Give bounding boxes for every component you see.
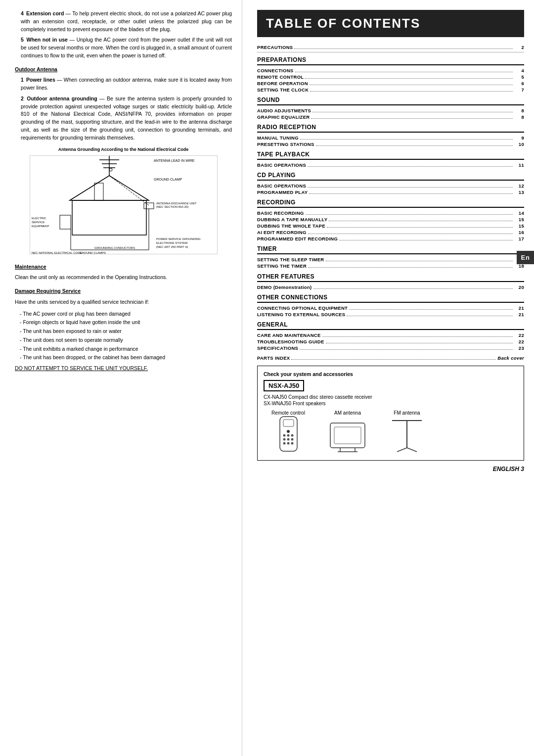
section-tape-title: TAPE PLAYBACK: [257, 151, 524, 160]
en-badge-row: TIMER SETTING THE SLEEP TIMER 18 SETTING…: [257, 245, 524, 269]
outdoor-item-2-text: — Be sure the antenna system is properly…: [21, 95, 232, 141]
section-sound: SOUND AUDIO ADJUSTMENTS 8 GRAPHIC EQUALI…: [257, 96, 524, 120]
damage-bullets-list: The AC power cord or plug has been damag…: [15, 310, 232, 362]
item-4: 4 Extension cord — To help prevent elect…: [15, 10, 232, 33]
svg-rect-11: [144, 203, 154, 209]
svg-text:POWER SERVICE GROUNDING: POWER SERVICE GROUNDING: [156, 237, 201, 240]
svg-rect-14: [60, 215, 71, 229]
accessories-row: Remote control: [264, 410, 518, 455]
entry-care-maintenance: CARE AND MAINTENANCE 22: [257, 332, 524, 338]
svg-text:NEC-NATIONAL ELECTRICAL CODE: NEC-NATIONAL ELECTRICAL CODE: [32, 251, 82, 254]
svg-text:(NEC ART 250 PART H): (NEC ART 250 PART H): [156, 245, 188, 248]
svg-text:EQUIPMENT: EQUIPMENT: [32, 225, 49, 228]
svg-point-29: [287, 430, 290, 433]
svg-point-35: [291, 438, 293, 441]
entry-specifications: SPECIFICATIONS 23: [257, 345, 524, 351]
damage-warning: DO NOT ATTEMPT TO SERVICE THE UNIT YOURS…: [15, 365, 232, 373]
entry-presetting: PRESETTING STATIONS 10: [257, 141, 524, 147]
section-preparations-title: PREPARATIONS: [257, 56, 524, 65]
svg-text:GROUND CLAMP: GROUND CLAMP: [154, 178, 182, 181]
damage-title: Damage Requiring Service: [15, 287, 232, 295]
entry-manual-tuning: MANUAL TUNING 9: [257, 135, 524, 141]
outdoor-item-1: 1 Power lines — When connecting an outdo…: [15, 76, 232, 92]
accessory-remote: Remote control: [264, 410, 313, 455]
entry-timer: SETTING THE TIMER 18: [257, 263, 524, 269]
item-4-bold: Extension cord: [26, 10, 64, 16]
maintenance-text: Clean the unit only as recommended in th…: [15, 274, 232, 282]
svg-rect-2: [94, 183, 103, 200]
section-cd: CD PLAYING BASIC OPERATIONS 12 PROGRAMME…: [257, 172, 524, 195]
entry-basic-recording: BASIC RECORDING 14: [257, 210, 524, 216]
section-general: GENERAL CARE AND MAINTENANCE 22 TROUBLES…: [257, 321, 524, 351]
section-general-title: GENERAL: [257, 321, 524, 330]
precautions-dots: [294, 44, 513, 49]
am-antenna-image: [323, 416, 372, 455]
svg-point-34: [287, 438, 289, 441]
svg-text:ANTENNA LEAD IN WIRE: ANTENNA LEAD IN WIRE: [154, 159, 195, 162]
svg-point-33: [283, 438, 285, 441]
antenna-diagram-image: ANTENNA LEAD IN WIRE GROUND CLAMP ANTENN…: [30, 155, 218, 254]
section-preparations: PREPARATIONS CONNECTIONS 4 REMOTE CONTRO…: [257, 56, 524, 93]
check-system-title: Check your system and accessories: [264, 371, 518, 377]
svg-text:ELECTRIC: ELECTRIC: [32, 217, 46, 220]
item-5-number: 5: [21, 37, 24, 43]
antenna-diagram: Antenna Grounding According to the Natio…: [15, 146, 232, 257]
precautions-page: 2: [514, 45, 524, 50]
entry-programmed-play: PROGRAMMED PLAY 13: [257, 189, 524, 195]
outdoor-item-1-number: 1: [21, 77, 24, 83]
entry-before-operation: BEFORE OPERATION 6: [257, 80, 524, 86]
english-footer: ENGLISH 3: [257, 466, 524, 472]
svg-rect-40: [334, 427, 361, 444]
entry-audio-adj: AUDIO ADJUSTMENTS 8: [257, 107, 524, 113]
svg-rect-28: [283, 420, 294, 426]
svg-point-37: [287, 442, 289, 445]
entry-connections: CONNECTIONS 4: [257, 67, 524, 73]
svg-point-30: [283, 434, 285, 437]
svg-point-10: [109, 168, 112, 171]
maintenance-title: Maintenance: [15, 263, 232, 271]
outdoor-item-2-number: 2: [21, 95, 24, 101]
entry-listening-external: LISTENING TO EXTERNAL SOURCES 21: [257, 311, 524, 317]
outdoor-item-1-bold: Power lines: [26, 77, 55, 83]
damage-warning-text: DO NOT ATTEMPT TO SERVICE THE UNIT YOURS…: [15, 365, 148, 371]
damage-intro: Have the units serviced by a qualified s…: [15, 298, 232, 306]
svg-rect-27: [280, 417, 297, 451]
entry-demo: DEMO (Demonstration) 20: [257, 284, 524, 290]
outdoor-item-2-bold: Outdoor antenna grounding: [27, 95, 97, 101]
accessory-fm: FM antenna: [382, 410, 432, 455]
precautions-label: PRECAUTIONS: [257, 45, 293, 50]
section-other-connections: OTHER CONNECTIONS CONNECTING OPTIONAL EQ…: [257, 294, 524, 317]
section-other-features-title: OTHER FEATURES: [257, 273, 524, 282]
damage-bullet-4: The unit does not seem to operate normal…: [20, 336, 232, 344]
section-radio: RADIO RECEPTION MANUAL TUNING 9 PRESETTI…: [257, 124, 524, 147]
en-badge: En: [517, 251, 534, 264]
section-sound-title: SOUND: [257, 96, 524, 105]
entry-ai-edit: AI EDIT RECORDING 16: [257, 229, 524, 235]
entry-connecting-optional: CONNECTING OPTIONAL EQUIPMENT 21: [257, 305, 524, 311]
entry-cd-basic: BASIC OPERATIONS 12: [257, 183, 524, 189]
entry-programmed-edit: PROGRAMMED EDIT RECORDING 17: [257, 236, 524, 241]
svg-text:(NEC SECTION 810-20): (NEC SECTION 810-20): [156, 205, 188, 208]
svg-line-47: [407, 448, 417, 452]
accessory-am: AM antenna: [323, 410, 372, 455]
svg-point-31: [287, 434, 289, 437]
svg-text:ANTENNA DISCHARGE UNIT: ANTENNA DISCHARGE UNIT: [156, 202, 197, 205]
svg-line-46: [397, 448, 407, 452]
damage-bullet-5: The unit exhibits a marked change in per…: [20, 345, 232, 353]
timer-section-inline: TIMER SETTING THE SLEEP TIMER 18 SETTING…: [257, 245, 524, 269]
svg-line-7: [109, 176, 149, 205]
toc-title: TABLE OF CONTENTS: [257, 10, 524, 37]
diagram-title: Antenna Grounding According to the Natio…: [15, 146, 232, 153]
entry-setting-clock: SETTING THE CLOCK 7: [257, 87, 524, 93]
item-4-number: 4: [21, 10, 24, 16]
check-system-box: Check your system and accessories NSX-AJ…: [257, 366, 524, 461]
entry-remote-control: REMOTE CONTROL 5: [257, 74, 524, 80]
left-column: 4 Extension cord — To help prevent elect…: [0, 0, 242, 756]
section-other-features: OTHER FEATURES DEMO (Demonstration) 20: [257, 273, 524, 290]
entry-parts-index: PARTS INDEX Back cover: [257, 355, 524, 361]
outdoor-antenna-title: Outdoor Antenna: [15, 66, 232, 74]
svg-rect-1: [72, 200, 146, 235]
section-timer-title: TIMER: [257, 245, 524, 254]
nsx-model-badge: NSX-AJ50: [264, 380, 304, 391]
section-other-connections-title: OTHER CONNECTIONS: [257, 294, 524, 303]
